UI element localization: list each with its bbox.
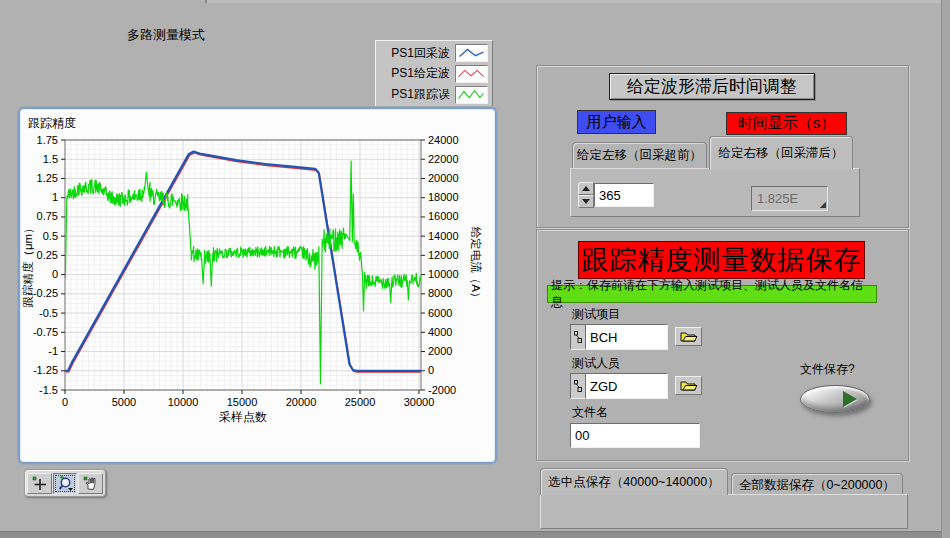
svg-text:采样点数: 采样点数	[219, 410, 267, 424]
svg-text:24000: 24000	[428, 134, 459, 146]
tab-label: 全部数据保存（0~200000）	[739, 477, 895, 494]
test-person-field	[570, 373, 668, 399]
spinner-down-button[interactable]	[578, 195, 594, 208]
svg-text:10000: 10000	[428, 268, 459, 280]
crosshair-icon	[31, 475, 48, 492]
window-top-seam	[205, 0, 950, 3]
test-project-label: 测试项目	[572, 306, 620, 323]
svg-text:1.25: 1.25	[37, 172, 58, 184]
svg-text:12000: 12000	[428, 249, 459, 261]
file-save-label: 文件保存?	[800, 361, 855, 378]
waveform-graph[interactable]: 跟踪精度 0500010000150002000025000300001.751…	[18, 107, 497, 464]
svg-text:-0.75: -0.75	[33, 326, 58, 338]
test-person-label: 测试人员	[572, 355, 620, 372]
svg-text:14000: 14000	[428, 230, 459, 242]
svg-text:0.75: 0.75	[37, 210, 58, 222]
file-name-input[interactable]	[570, 423, 700, 448]
svg-text:1.5: 1.5	[43, 153, 58, 165]
svg-text:25000: 25000	[345, 396, 376, 408]
svg-text:0.25: 0.25	[37, 249, 58, 261]
magnifier-icon	[57, 475, 74, 492]
legend-item-error[interactable]: PS1跟踪误	[380, 85, 488, 105]
file-save-button[interactable]	[800, 385, 870, 413]
shift-value-input[interactable]	[594, 183, 654, 207]
file-name-label: 文件名	[572, 404, 608, 421]
svg-text:-0.5: -0.5	[39, 307, 58, 319]
legend-line-icon[interactable]	[455, 65, 488, 83]
time-adjust-title: 给定波形滞后时间调整	[609, 73, 815, 100]
svg-text:-2000: -2000	[428, 384, 456, 396]
svg-text:20000: 20000	[286, 396, 317, 408]
svg-text:22000: 22000	[428, 153, 459, 165]
time-display-label: 时间显示（s）	[726, 112, 847, 135]
svg-text:10000: 10000	[168, 396, 199, 408]
save-panel-title: 跟踪精度测量数据保存	[578, 241, 865, 279]
svg-text:18000: 18000	[428, 191, 459, 203]
svg-text:-1.5: -1.5	[39, 384, 58, 396]
legend-item-setpoint[interactable]: PS1给定波	[380, 64, 488, 84]
cursor-tool-button[interactable]	[27, 473, 52, 494]
bottom-tab-page	[540, 494, 908, 529]
zoom-tool-button[interactable]	[53, 473, 78, 494]
legend-item-readback[interactable]: PS1回采波	[380, 43, 488, 63]
svg-text:-1.25: -1.25	[33, 364, 58, 376]
legend-label: PS1跟踪误	[391, 86, 450, 103]
tab-label: 给定右移（回采滞后）	[719, 145, 844, 162]
window-right-edge	[941, 0, 950, 538]
test-project-input[interactable]	[585, 324, 668, 350]
legend-line-icon[interactable]	[455, 86, 488, 104]
svg-text:1.75: 1.75	[37, 134, 58, 146]
tab-shift-left[interactable]: 给定左移（回采超前）	[572, 142, 707, 168]
tab-save-all-data[interactable]: 全部数据保存（0~200000）	[731, 473, 903, 496]
svg-text:30000: 30000	[404, 396, 435, 408]
shift-value-spinner	[578, 182, 594, 208]
svg-text:4000: 4000	[428, 326, 452, 338]
svg-text:0: 0	[62, 396, 68, 408]
folder-icon	[680, 379, 698, 392]
tab-label: 选中点保存（40000~140000）	[548, 474, 719, 491]
legend-label: PS1回采波	[391, 45, 450, 62]
svg-text:6000: 6000	[428, 307, 452, 319]
test-person-browse-button[interactable]	[675, 376, 702, 395]
svg-text:跟踪精度（μm）: 跟踪精度（μm）	[22, 222, 34, 307]
svg-text:给定电流（A）: 给定电流（A）	[470, 227, 482, 304]
test-project-field	[570, 324, 668, 350]
time-value-text: 1.825E	[757, 191, 798, 206]
spinner-down-icon	[582, 199, 590, 204]
svg-text:16000: 16000	[428, 210, 459, 222]
path-glyph-icon	[570, 373, 585, 399]
folder-icon	[680, 330, 698, 343]
time-value-display: 1.825E ◢	[751, 186, 828, 211]
graph-plot-area[interactable]: 0500010000150002000025000300001.751.51.2…	[20, 109, 495, 462]
path-glyph-icon	[570, 324, 585, 350]
svg-text:0: 0	[52, 268, 58, 280]
hand-icon	[82, 475, 99, 492]
svg-text:1: 1	[52, 191, 58, 203]
svg-text:-0.25: -0.25	[33, 287, 58, 299]
labview-front-panel: { "header": { "mode_label": "多路测量模式" }, …	[0, 0, 950, 538]
tab-shift-right[interactable]: 给定右移（回采滞后）	[709, 136, 853, 169]
resize-corner-icon: ◢	[820, 201, 826, 209]
spinner-up-icon	[582, 186, 590, 191]
user-input-label: 用户输入	[577, 110, 656, 134]
plot-legend: PS1回采波 PS1给定波 PS1跟踪误	[375, 40, 493, 108]
svg-text:5000: 5000	[112, 396, 136, 408]
pan-tool-button[interactable]	[78, 473, 103, 494]
svg-text:0.5: 0.5	[43, 230, 58, 242]
graph-tool-palette	[24, 469, 106, 497]
legend-line-icon[interactable]	[455, 44, 488, 62]
mode-label: 多路测量模式	[127, 26, 205, 44]
svg-text:0: 0	[428, 364, 434, 376]
window-bottom-edge	[0, 531, 950, 538]
led-arrow-icon	[843, 391, 857, 407]
test-project-browse-button[interactable]	[675, 327, 702, 346]
spinner-up-button[interactable]	[578, 182, 594, 195]
svg-text:-1: -1	[48, 345, 58, 357]
tab-save-selected-points[interactable]: 选中点保存（40000~140000）	[540, 468, 728, 495]
test-person-input[interactable]	[585, 373, 668, 399]
svg-text:8000: 8000	[428, 287, 452, 299]
tab-label: 给定左移（回采超前）	[577, 147, 702, 164]
svg-text:15000: 15000	[227, 396, 258, 408]
svg-text:20000: 20000	[428, 172, 459, 184]
svg-text:2000: 2000	[428, 345, 452, 357]
